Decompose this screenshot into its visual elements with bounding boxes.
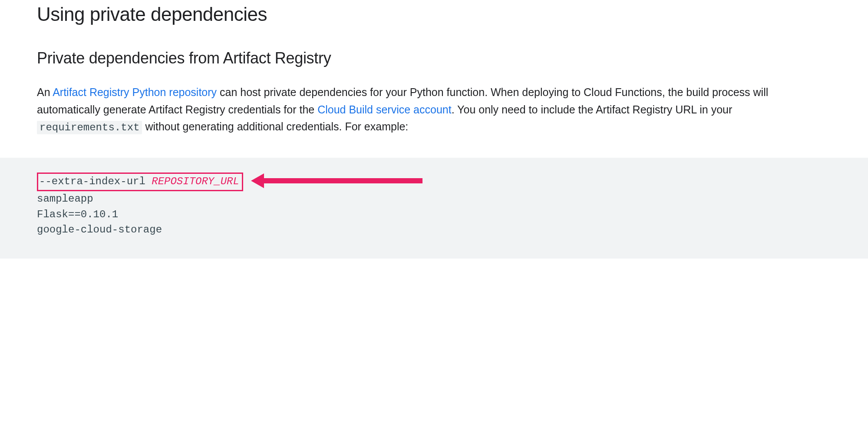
highlighted-code-line: --extra-index-url REPOSITORY_URL xyxy=(37,173,243,192)
code-flag-extra-index-url: --extra-index-url xyxy=(39,176,152,187)
link-artifact-registry-python-repository[interactable]: Artifact Registry Python repository xyxy=(53,86,217,98)
paragraph-description: An Artifact Registry Python repository c… xyxy=(37,84,769,136)
link-cloud-build-service-account[interactable]: Cloud Build service account xyxy=(317,103,452,116)
code-line-flask: Flask==0.10.1 xyxy=(37,207,868,222)
code-block-requirements: --extra-index-url REPOSITORY_URL samplea… xyxy=(0,158,868,259)
text-fragment: without generating additional credential… xyxy=(142,120,408,133)
heading-using-private-dependencies: Using private dependencies xyxy=(37,3,868,25)
text-fragment: An xyxy=(37,86,53,98)
code-line-sampleapp: sampleapp xyxy=(37,191,868,207)
code-line-google-cloud-storage: google-cloud-storage xyxy=(37,222,868,238)
inline-code-requirements-txt: requirements.txt xyxy=(37,121,142,134)
heading-private-dependencies-artifact-registry: Private dependencies from Artifact Regis… xyxy=(37,49,868,67)
code-variable-repository-url: REPOSITORY_URL xyxy=(152,176,239,187)
annotation-arrow-icon xyxy=(251,173,422,188)
text-fragment: . You only need to include the Artifact … xyxy=(452,103,733,116)
